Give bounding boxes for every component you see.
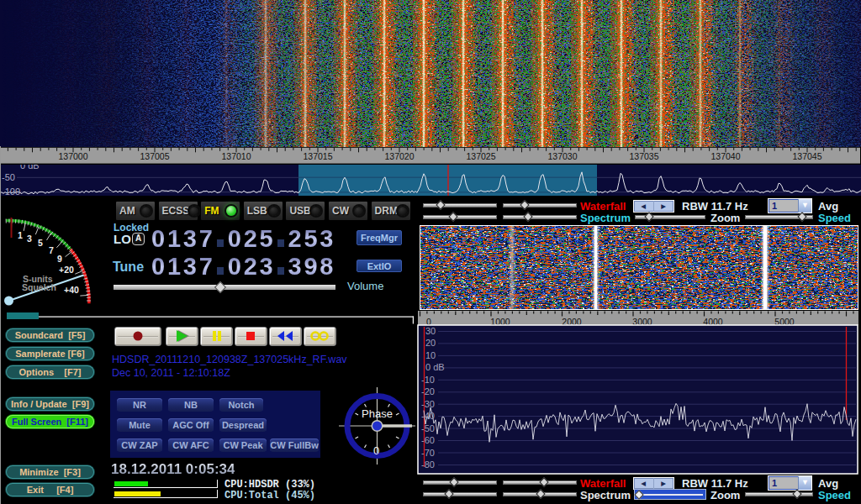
svg-text:30: 30: [425, 326, 436, 336]
svg-text:-20: -20: [421, 386, 435, 396]
svg-text:-60: -60: [421, 435, 435, 445]
svg-text:-30: -30: [421, 399, 435, 409]
svg-text:-70: -70: [421, 448, 435, 458]
svg-text:-50: -50: [421, 423, 435, 433]
svg-text:10: 10: [425, 350, 436, 360]
svg-text:137040: 137040: [710, 151, 740, 161]
svg-text:-80: -80: [421, 459, 435, 470]
svg-text:7: 7: [49, 245, 54, 255]
svg-text:-10: -10: [421, 375, 435, 385]
svg-text:5: 5: [38, 238, 43, 248]
svg-text:1: 1: [18, 230, 23, 240]
svg-text:137035: 137035: [629, 151, 658, 161]
svg-text:Squelch: Squelch: [22, 282, 56, 292]
svg-text:0 dB: 0 dB: [425, 362, 445, 372]
svg-text:+40: +40: [64, 285, 79, 295]
svg-text:-40: -40: [421, 411, 435, 421]
svg-text:3: 3: [27, 234, 32, 244]
svg-text:20: 20: [425, 338, 436, 348]
svg-text:137030: 137030: [547, 151, 577, 161]
svg-text:137045: 137045: [792, 151, 821, 161]
svg-text:+20: +20: [59, 265, 74, 275]
svg-text:9: 9: [57, 254, 62, 264]
svg-text:137025: 137025: [466, 151, 495, 161]
